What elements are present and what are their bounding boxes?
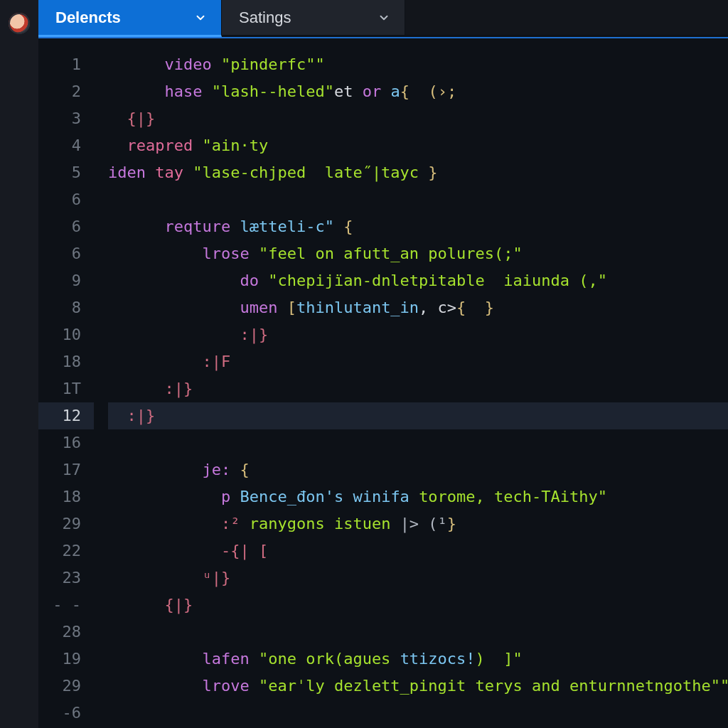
chevron-down-icon: [194, 11, 207, 24]
chevron-down-icon: [378, 11, 390, 24]
app-root: Delencts Satings 123456669810181T1216171…: [0, 0, 728, 728]
tab-delencts[interactable]: Delencts: [38, 0, 222, 37]
code-content[interactable]: video "pinderfc"" hase "lash--heled"et o…: [94, 38, 728, 728]
code-editor[interactable]: 123456669810181T12161718292223- -281929-…: [38, 37, 728, 728]
tab-label: Delencts: [55, 9, 121, 27]
line-number-gutter: 123456669810181T12161718292223- -281929-…: [38, 38, 94, 728]
tab-satings[interactable]: Satings: [222, 0, 405, 35]
avatar[interactable]: [9, 13, 30, 34]
tab-bar: Delencts Satings: [38, 0, 728, 37]
main-area: Delencts Satings 123456669810181T1216171…: [38, 0, 728, 728]
tab-label: Satings: [239, 9, 291, 27]
activity-bar: [0, 0, 38, 728]
